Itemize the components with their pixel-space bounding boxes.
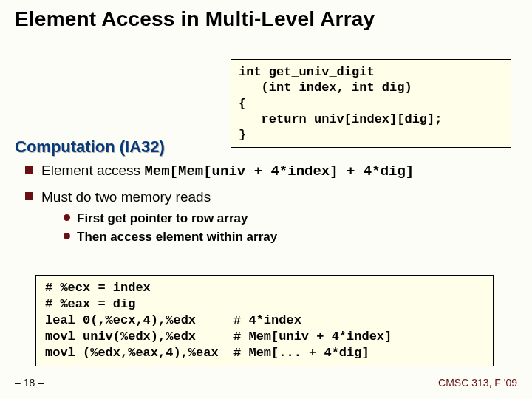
- bullet-text: Element access: [41, 163, 144, 178]
- bullet-list: Element access Mem[Mem[univ + 4*index] +…: [22, 161, 517, 252]
- sub-bullet: Then access element within array: [64, 229, 517, 246]
- bullet-code: Mem[Mem[univ + 4*index] + 4*dig]: [144, 163, 414, 180]
- page-number: – 18 –: [15, 377, 44, 389]
- c-code-box: int get_univ_digit (int index, int dig) …: [231, 59, 511, 148]
- slide-title: Element Access in Multi-Level Array: [15, 7, 517, 31]
- bullet-text: Must do two memory reads: [41, 189, 211, 205]
- course-footer: CMSC 313, F '09: [438, 377, 517, 389]
- asm-code: # %ecx = index # %eax = dig leal 0(,%ecx…: [45, 280, 484, 361]
- bullet-element-access: Element access Mem[Mem[univ + 4*index] +…: [22, 161, 517, 182]
- sub-bullet: First get pointer to row array: [64, 211, 517, 228]
- asm-code-box: # %ecx = index # %eax = dig leal 0(,%ecx…: [35, 275, 494, 366]
- sub-bullet-list: First get pointer to row array Then acce…: [64, 211, 517, 246]
- section-heading: Computation (IA32): [15, 137, 165, 157]
- bullet-two-reads: Must do two memory reads First get point…: [22, 188, 517, 247]
- c-code: int get_univ_digit (int index, int dig) …: [239, 64, 503, 143]
- slide: Element Access in Multi-Level Array int …: [0, 0, 532, 399]
